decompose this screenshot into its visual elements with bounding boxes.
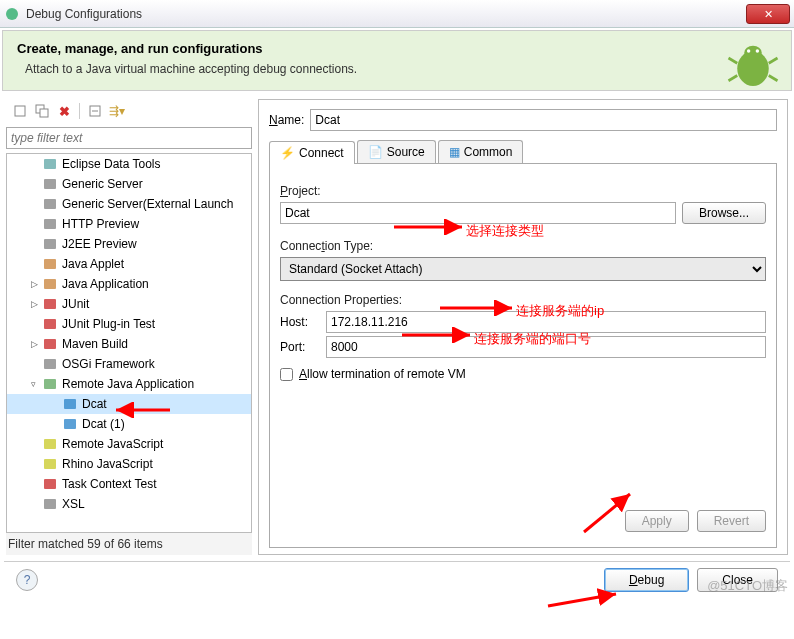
help-button[interactable]: ? [16, 569, 38, 591]
svg-rect-22 [44, 319, 56, 329]
allow-termination-checkbox[interactable] [280, 368, 293, 381]
tree-item[interactable]: Generic Server [7, 174, 251, 194]
expand-icon[interactable]: ▿ [31, 379, 41, 389]
expand-icon[interactable]: ▷ [31, 279, 41, 289]
config-type-icon [42, 256, 58, 272]
port-input[interactable] [326, 336, 766, 358]
tree-item-label: HTTP Preview [62, 217, 139, 231]
tree-item-label: OSGi Framework [62, 357, 155, 371]
filter-input[interactable] [6, 127, 252, 149]
header-subtitle: Attach to a Java virtual machine accepti… [25, 62, 775, 76]
tree-item[interactable]: OSGi Framework [7, 354, 251, 374]
tree-item-label: Remote JavaScript [62, 437, 163, 451]
tree-item[interactable]: HTTP Preview [7, 214, 251, 234]
tree-item[interactable]: Eclipse Data Tools [7, 154, 251, 174]
port-label: Port: [280, 340, 320, 354]
config-type-icon [42, 196, 58, 212]
config-type-icon [42, 276, 58, 292]
filter-button[interactable]: ⇶▾ [107, 101, 127, 121]
browse-button[interactable]: Browse... [682, 202, 766, 224]
left-toolbar: ✖ ⇶▾ [6, 99, 252, 123]
tree-item-label: J2EE Preview [62, 237, 137, 251]
svg-rect-17 [44, 219, 56, 229]
svg-rect-9 [15, 106, 25, 116]
config-type-icon [42, 296, 58, 312]
tree-item[interactable]: Task Context Test [7, 474, 251, 494]
delete-config-button[interactable]: ✖ [54, 101, 74, 121]
tree-item[interactable]: ▿Remote Java Application [7, 374, 251, 394]
svg-rect-18 [44, 239, 56, 249]
tree-item[interactable]: Rhino JavaScript [7, 454, 251, 474]
config-type-icon [42, 156, 58, 172]
filter-status: Filter matched 59 of 66 items [6, 533, 252, 555]
svg-point-0 [6, 8, 18, 20]
filter-field[interactable] [6, 127, 252, 149]
svg-line-4 [769, 58, 778, 63]
tree-item-label: Dcat [82, 397, 107, 411]
left-pane: ✖ ⇶▾ Eclipse Data ToolsGeneric ServerGen… [6, 99, 252, 555]
tree-item-label: JUnit Plug-in Test [62, 317, 155, 331]
tree-item[interactable]: Dcat (1) [7, 414, 251, 434]
svg-rect-25 [44, 379, 56, 389]
config-type-icon [42, 336, 58, 352]
tree-item-label: Rhino JavaScript [62, 457, 153, 471]
collapse-all-button[interactable] [85, 101, 105, 121]
bug-icon [725, 37, 781, 93]
tree-item[interactable]: J2EE Preview [7, 234, 251, 254]
connection-properties-label: Connection Properties: [280, 293, 766, 307]
svg-rect-31 [44, 499, 56, 509]
project-input[interactable] [280, 202, 676, 224]
tree-item-label: Java Application [62, 277, 149, 291]
common-icon: ▦ [449, 145, 460, 159]
expand-icon[interactable]: ▷ [31, 299, 41, 309]
tree-item[interactable]: Dcat [7, 394, 251, 414]
expand-icon[interactable]: ▷ [31, 339, 41, 349]
tree-item[interactable]: ▷JUnit [7, 294, 251, 314]
tree-item[interactable]: Generic Server(External Launch [7, 194, 251, 214]
svg-rect-15 [44, 179, 56, 189]
duplicate-config-button[interactable] [32, 101, 52, 121]
tree-item[interactable]: Java Applet [7, 254, 251, 274]
new-config-button[interactable] [10, 101, 30, 121]
right-pane: Name: ⚡ Connect 📄 Source ▦ Common Projec… [258, 99, 788, 555]
tab-common[interactable]: ▦ Common [438, 140, 524, 163]
host-input[interactable] [326, 311, 766, 333]
tree-item[interactable]: JUnit Plug-in Test [7, 314, 251, 334]
source-icon: 📄 [368, 145, 383, 159]
svg-rect-26 [64, 399, 76, 409]
svg-rect-14 [44, 159, 56, 169]
name-input[interactable] [310, 109, 777, 131]
config-type-icon [62, 396, 78, 412]
config-tree[interactable]: Eclipse Data ToolsGeneric ServerGeneric … [6, 153, 252, 533]
svg-point-7 [747, 49, 751, 53]
tabs: ⚡ Connect 📄 Source ▦ Common [269, 140, 777, 164]
svg-rect-27 [64, 419, 76, 429]
close-button[interactable]: Close [697, 568, 778, 592]
svg-line-3 [729, 58, 738, 63]
connection-type-select[interactable]: Standard (Socket Attach) [280, 257, 766, 281]
tree-item-label: Dcat (1) [82, 417, 125, 431]
dialog-footer: ? Debug Close [4, 561, 790, 602]
svg-rect-16 [44, 199, 56, 209]
apply-button[interactable]: Apply [625, 510, 689, 532]
tree-item[interactable]: ▷Maven Build [7, 334, 251, 354]
tree-item[interactable]: Remote JavaScript [7, 434, 251, 454]
svg-rect-20 [44, 279, 56, 289]
revert-button[interactable]: Revert [697, 510, 766, 532]
tab-connect[interactable]: ⚡ Connect [269, 141, 355, 164]
svg-line-6 [769, 76, 778, 81]
config-type-icon [42, 436, 58, 452]
tree-item-label: Task Context Test [62, 477, 157, 491]
debug-button[interactable]: Debug [604, 568, 689, 592]
tree-item-label: Remote Java Application [62, 377, 194, 391]
name-label: Name: [269, 113, 304, 127]
tree-item[interactable]: ▷Java Application [7, 274, 251, 294]
connection-type-label: Connection Type: [280, 239, 766, 253]
config-type-icon [42, 476, 58, 492]
tab-source[interactable]: 📄 Source [357, 140, 436, 163]
config-type-icon [42, 496, 58, 512]
window-title: Debug Configurations [26, 7, 746, 21]
window-close-button[interactable]: ✕ [746, 4, 790, 24]
tree-item[interactable]: XSL [7, 494, 251, 514]
svg-point-2 [744, 46, 762, 60]
